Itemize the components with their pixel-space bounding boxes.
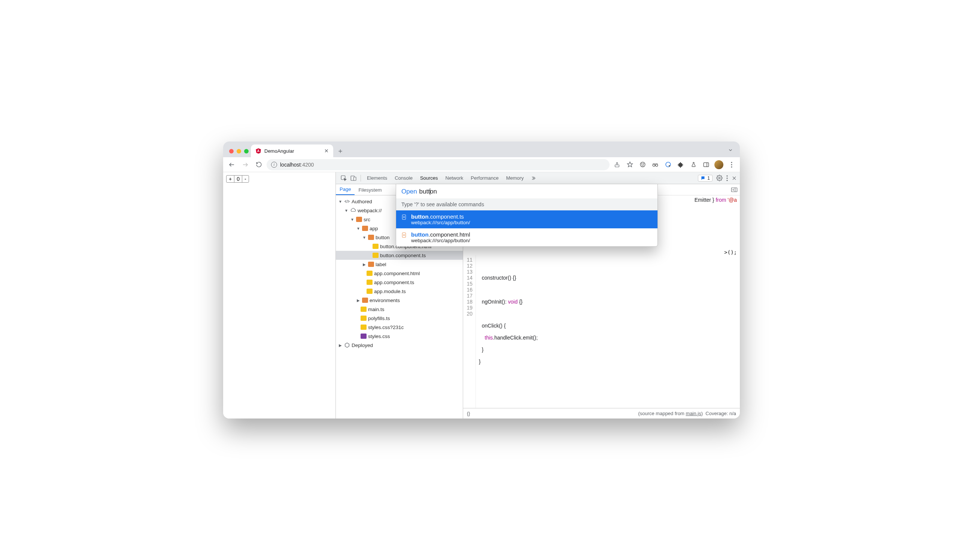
toggle-sidebar-icon[interactable] xyxy=(731,187,738,193)
tree-label-folder[interactable]: ▶label xyxy=(336,260,463,269)
file-icon xyxy=(361,307,366,312)
nav-tab-page[interactable]: Page xyxy=(336,184,355,195)
tree-env-folder[interactable]: ▶environments xyxy=(336,296,463,305)
back-button[interactable] xyxy=(226,159,237,170)
svg-point-8 xyxy=(643,163,644,164)
tab-network[interactable]: Network xyxy=(442,172,467,184)
new-tab-button[interactable]: ＋ xyxy=(335,145,346,157)
svg-rect-33 xyxy=(402,215,405,220)
tab-console[interactable]: Console xyxy=(391,172,417,184)
tab-search-button[interactable] xyxy=(725,144,736,156)
share-icon[interactable] xyxy=(612,159,622,170)
tree-deployed[interactable]: ▶Deployed xyxy=(336,341,463,350)
extension-circle-icon[interactable] xyxy=(663,159,673,170)
chrome-menu-icon[interactable] xyxy=(726,159,737,170)
forward-button[interactable] xyxy=(240,159,251,170)
code-body[interactable]: constructor() {} ngOnInit(): void {} onC… xyxy=(476,255,541,408)
sidepanel-icon[interactable] xyxy=(701,159,712,170)
folder-icon xyxy=(368,235,374,240)
tree-file-polyfills[interactable]: polyfills.ts xyxy=(336,314,463,323)
devtools-menu-icon[interactable] xyxy=(726,175,728,181)
svg-point-21 xyxy=(718,177,720,178)
extension-face-icon[interactable] xyxy=(637,159,648,170)
minimize-window-button[interactable] xyxy=(237,149,241,154)
more-tabs-button[interactable] xyxy=(528,176,539,181)
svg-point-6 xyxy=(640,162,645,167)
tab-strip: DemoAngular ✕ ＋ xyxy=(223,141,740,157)
folder-icon xyxy=(356,217,362,222)
nav-tab-filesystem[interactable]: Filesystem xyxy=(355,185,385,195)
close-window-button[interactable] xyxy=(229,149,233,154)
issues-chip[interactable]: 1 xyxy=(698,175,713,181)
result-path: webpack:///src/app/button/ xyxy=(411,238,470,243)
file-icon xyxy=(373,252,379,258)
bookmark-star-icon[interactable] xyxy=(624,159,635,170)
tree-file-styles[interactable]: styles.css xyxy=(336,332,463,341)
extensions-puzzle-icon[interactable] xyxy=(676,159,686,170)
svg-rect-13 xyxy=(704,162,708,167)
tree-file-button-ts[interactable]: button.component.ts xyxy=(336,251,463,260)
sourcemap-link[interactable]: main.js xyxy=(686,411,701,416)
settings-gear-icon[interactable] xyxy=(716,175,723,181)
file-icon xyxy=(373,244,379,249)
editor-statusbar: {} (source mapped from main.js) Coverage… xyxy=(463,408,740,419)
tab-title: DemoAngular xyxy=(264,148,321,154)
open-file-dialog: Open button Type '?' to see available co… xyxy=(396,184,658,247)
increment-button[interactable]: + xyxy=(227,176,234,182)
tree-file-app-html[interactable]: app.component.html xyxy=(336,269,463,278)
result-title: button.component.ts xyxy=(411,214,470,220)
folder-icon xyxy=(362,298,368,303)
tab-elements[interactable]: Elements xyxy=(363,172,391,184)
window-controls xyxy=(227,149,251,157)
address-bar[interactable]: i localhost:4200 xyxy=(267,159,610,170)
open-result-1[interactable]: button.component.ts webpack:///src/app/b… xyxy=(396,210,657,228)
file-icon xyxy=(361,333,366,339)
tab-performance[interactable]: Performance xyxy=(467,172,502,184)
file-icon xyxy=(401,232,407,238)
code-fragment: Emitter } xyxy=(694,197,716,203)
close-devtools-icon[interactable] xyxy=(731,176,737,181)
folder-icon xyxy=(368,262,374,267)
folder-icon xyxy=(362,226,368,231)
reload-button[interactable] xyxy=(253,159,264,170)
tree-file-styles-query[interactable]: styles.css?231c xyxy=(336,323,463,332)
labs-flask-icon[interactable] xyxy=(688,159,699,170)
site-info-icon[interactable]: i xyxy=(271,162,277,168)
device-toolbar-icon[interactable] xyxy=(349,175,358,181)
cloud-icon xyxy=(350,208,356,213)
inspect-element-icon[interactable] xyxy=(339,175,349,181)
svg-point-16 xyxy=(731,164,732,165)
tab-sources[interactable]: Sources xyxy=(417,172,442,184)
open-result-2[interactable]: button.component.html webpack:///src/app… xyxy=(396,228,657,246)
open-label: Open xyxy=(401,188,417,196)
svg-line-30 xyxy=(347,200,347,203)
file-icon xyxy=(401,214,407,220)
extension-incognito-icon[interactable] xyxy=(650,159,660,170)
browser-toolbar: i localhost:4200 xyxy=(223,157,740,172)
code-icon xyxy=(344,199,350,204)
open-file-input[interactable]: Open button xyxy=(396,184,657,198)
pretty-print-button[interactable]: {} xyxy=(467,411,470,416)
svg-point-23 xyxy=(726,177,728,178)
maximize-window-button[interactable] xyxy=(244,149,249,154)
profile-avatar[interactable] xyxy=(713,159,724,170)
line-gutter: 11121314151617181920 xyxy=(463,255,476,408)
tree-file-main[interactable]: main.ts xyxy=(336,305,463,314)
svg-point-24 xyxy=(726,180,728,181)
tree-file-app-module[interactable]: app.module.ts xyxy=(336,287,463,296)
browser-tab[interactable]: DemoAngular ✕ xyxy=(251,144,333,157)
tree-file-app-ts[interactable]: app.component.ts xyxy=(336,278,463,287)
tab-memory[interactable]: Memory xyxy=(503,172,528,184)
browser-window: DemoAngular ✕ ＋ i localhost:42 xyxy=(223,141,740,419)
box-icon xyxy=(344,342,350,348)
file-icon xyxy=(366,280,373,285)
counter-widget: + 0 - xyxy=(226,175,249,183)
svg-point-17 xyxy=(731,166,732,167)
decrement-button[interactable]: - xyxy=(242,176,249,182)
result-path: webpack:///src/app/button/ xyxy=(411,220,470,225)
svg-point-9 xyxy=(653,164,655,166)
svg-rect-35 xyxy=(402,233,405,238)
close-tab-button[interactable]: ✕ xyxy=(324,148,329,154)
svg-point-36 xyxy=(403,234,404,235)
result-title: button.component.html xyxy=(411,231,470,238)
